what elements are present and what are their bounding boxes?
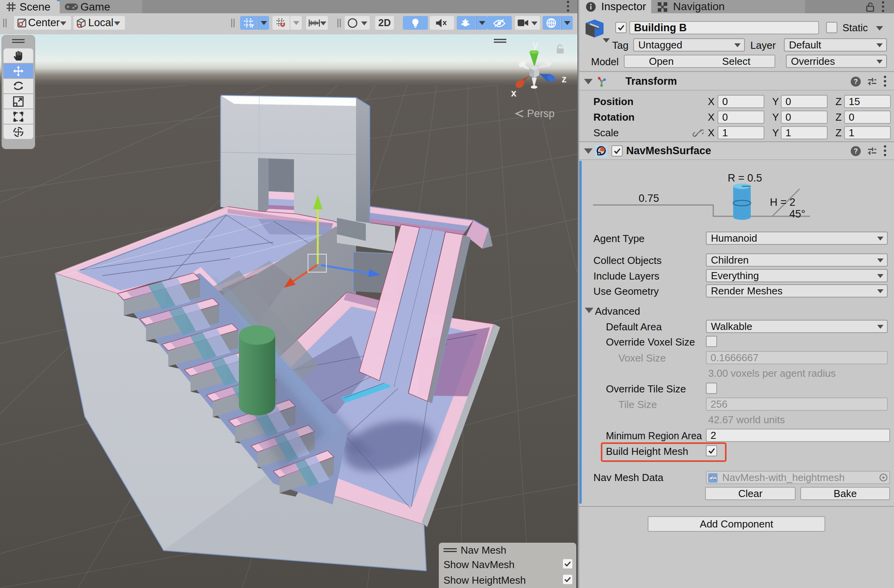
svg-text:?: ? — [854, 78, 858, 86]
svg-text:y: y — [532, 39, 538, 50]
svg-text:z: z — [562, 73, 567, 84]
svg-text:Persp: Persp — [527, 108, 555, 119]
svg-text:Y: Y — [251, 23, 254, 29]
svg-text:0.75: 0.75 — [639, 192, 659, 204]
svg-text:R = 0.5: R = 0.5 — [728, 172, 762, 184]
svg-text:45°: 45° — [789, 208, 805, 220]
svg-text:?: ? — [854, 147, 858, 155]
svg-text:x: x — [511, 87, 516, 98]
svg-text:H = 2: H = 2 — [770, 196, 795, 208]
